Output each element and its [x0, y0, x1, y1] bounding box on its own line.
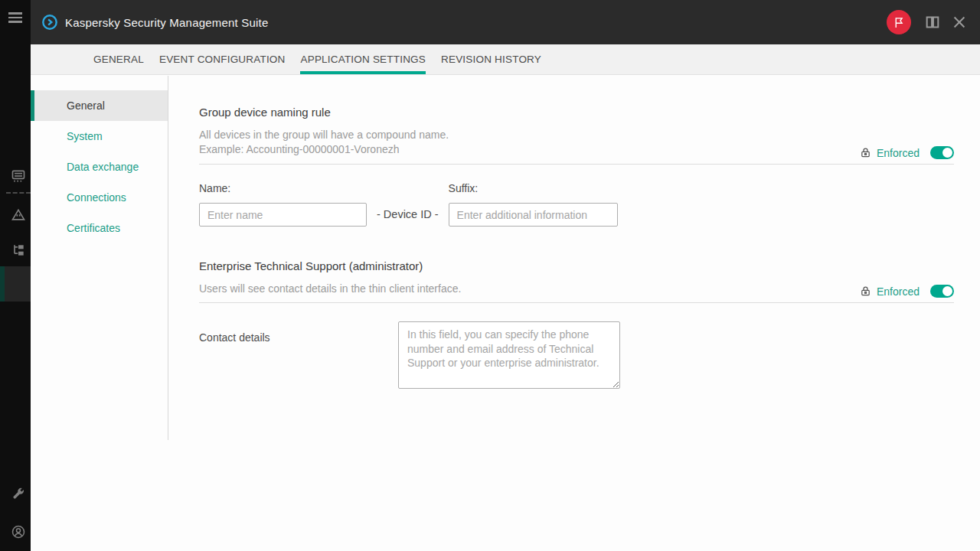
sidebar-item-certificates[interactable]: Certificates — [31, 213, 168, 243]
sidebar-item-connections[interactable]: Connections — [31, 182, 168, 213]
hamburger-menu-icon[interactable] — [8, 12, 22, 24]
tab-application-settings[interactable]: APPLICATION SETTINGS — [300, 44, 426, 74]
rail-active-item[interactable] — [0, 266, 31, 302]
enforced-control: Enforced — [860, 146, 954, 164]
suffix-field-group: Suffix: — [449, 182, 618, 227]
rail-separator — [6, 192, 31, 194]
help-book-button[interactable] — [924, 14, 941, 31]
flag-icon — [893, 16, 906, 29]
close-icon[interactable] — [951, 14, 968, 31]
enforced-toggle[interactable] — [930, 146, 954, 159]
device-hierarchy-icon[interactable] — [11, 243, 26, 258]
section-enterprise-technical-support: Enterprise Technical Support (administra… — [199, 259, 954, 389]
contact-details-label: Contact details — [199, 321, 398, 389]
enforced-control: Enforced — [860, 285, 954, 302]
tab-event-configuration[interactable]: EVENT CONFIGURATION — [159, 44, 286, 74]
section-description: All devices in the group will have a com… — [199, 128, 449, 142]
kaspersky-logo-icon — [41, 14, 58, 31]
name-input[interactable] — [199, 203, 367, 227]
settings-sidebar: General System Data exchange Connections… — [31, 76, 168, 440]
notifications-flag-button[interactable] — [887, 10, 911, 34]
monitoring-icon[interactable] — [11, 168, 26, 184]
user-account-icon[interactable] — [11, 524, 26, 540]
contact-details-textarea[interactable] — [398, 321, 620, 389]
sidebar-item-general[interactable]: General — [31, 90, 168, 121]
device-id-separator: - Device ID - — [377, 203, 439, 227]
section-example: Example: Accounting-00000001-Voronezh — [199, 142, 449, 157]
suffix-input[interactable] — [449, 203, 618, 227]
enforced-label: Enforced — [877, 285, 920, 298]
suffix-label: Suffix: — [449, 182, 618, 194]
section-title: Enterprise Technical Support (administra… — [199, 259, 954, 272]
lock-icon — [860, 147, 871, 158]
enforced-label: Enforced — [877, 147, 920, 159]
sidebar-item-system[interactable]: System — [31, 121, 168, 152]
name-field-group: Name: — [199, 182, 367, 227]
name-label: Name: — [199, 182, 367, 194]
lock-icon — [860, 285, 871, 297]
alerts-warning-icon[interactable] — [11, 207, 26, 223]
section-title: Group device naming rule — [199, 106, 954, 119]
tab-revision-history[interactable]: REVISION HISTORY — [441, 44, 541, 74]
sidebar-item-data-exchange[interactable]: Data exchange — [31, 152, 168, 182]
section-description: Users will see contact details in the th… — [199, 282, 461, 296]
settings-panel: Group device naming rule All devices in … — [199, 75, 954, 389]
collapsed-nav-rail — [0, 0, 31, 551]
settings-wrench-icon[interactable] — [11, 486, 26, 501]
section-group-device-naming-rule: Group device naming rule All devices in … — [199, 106, 954, 227]
tab-general[interactable]: GENERAL — [93, 44, 144, 74]
enforced-toggle[interactable] — [930, 285, 954, 298]
app-header: Kaspersky Security Management Suite — [31, 0, 980, 44]
app-title: Kaspersky Security Management Suite — [65, 16, 268, 29]
tab-bar: GENERAL EVENT CONFIGURATION APPLICATION … — [31, 44, 980, 75]
